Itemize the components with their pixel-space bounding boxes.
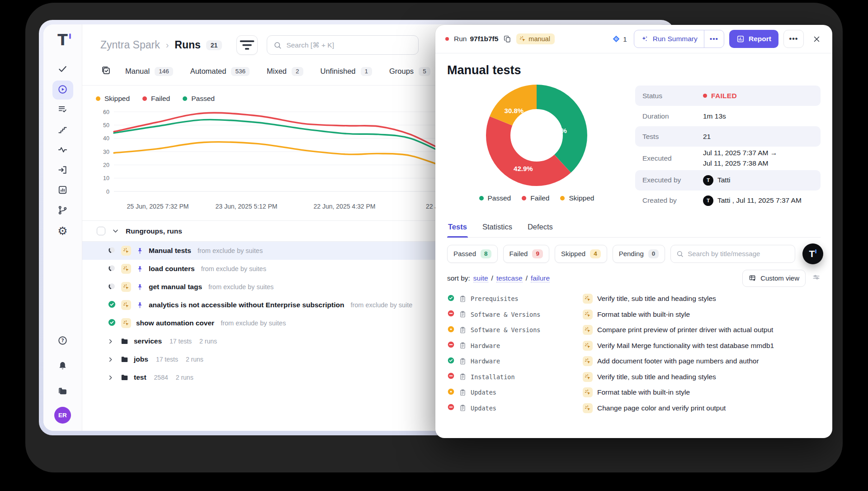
- info-row-duration: Duration1m 13s: [635, 106, 821, 126]
- test-title-cell[interactable]: Compare print preview of printer driver …: [583, 322, 821, 338]
- filter-chip-failed[interactable]: Failed9: [503, 245, 549, 263]
- global-search[interactable]: [267, 35, 419, 55]
- tests-search[interactable]: [670, 245, 795, 263]
- select-all-icon[interactable]: [101, 66, 111, 77]
- app-logo[interactable]: T: [57, 33, 68, 48]
- suite-name: Installation: [471, 373, 515, 381]
- manual-test-icon: [121, 300, 131, 310]
- sidebar-item-runs[interactable]: [52, 81, 73, 100]
- filter-count: 9: [532, 249, 543, 258]
- tab-tests[interactable]: Tests: [447, 219, 468, 237]
- runs-list-title: Rungroups, runs: [126, 227, 182, 235]
- info-label: Created by: [642, 196, 703, 205]
- jira-diamond-icon: [612, 35, 620, 43]
- test-title-cell[interactable]: Verify title, sub title and heading styl…: [583, 291, 821, 307]
- test-title: Verify title, sub title and heading styl…: [597, 373, 716, 381]
- tab-unfinished[interactable]: Unfinished1: [321, 67, 372, 76]
- sort-by-suite[interactable]: suite: [473, 274, 488, 282]
- sidebar-item-plans[interactable]: [52, 101, 73, 120]
- test-suite-cell[interactable]: Hardware: [447, 338, 583, 353]
- test-suite-cell[interactable]: Software & Versions: [447, 322, 583, 338]
- run-source: from exclude by suites: [221, 319, 286, 327]
- user-avatar[interactable]: ER: [54, 407, 71, 424]
- legend-item-passed: Passed: [183, 95, 215, 103]
- sidebar-item-milestones[interactable]: [52, 121, 73, 140]
- info-row-tests: Tests21: [635, 126, 821, 147]
- folder-runs-count: 2 runs: [199, 338, 217, 345]
- test-status-failed-icon: [447, 341, 455, 350]
- sidebar-item-settings[interactable]: ⚙: [52, 222, 73, 241]
- chevron-down-icon[interactable]: [112, 228, 119, 234]
- sort-by-failure[interactable]: failure: [531, 274, 550, 282]
- donut-legend-skipped: Skipped: [560, 194, 594, 202]
- chevron-right-icon: [108, 375, 113, 381]
- info-label: Duration: [642, 112, 703, 120]
- tab-defects[interactable]: Defects: [527, 219, 554, 237]
- info-row-executed: ExecutedJul 11, 2025 7:37 AM →Jul 11, 20…: [635, 147, 821, 170]
- test-suite-cell[interactable]: Updates: [447, 400, 583, 416]
- run-source: from exclude by suites: [198, 247, 263, 254]
- linked-issue[interactable]: 1: [612, 35, 627, 43]
- breadcrumb-project[interactable]: Zyntra Spark: [100, 39, 160, 51]
- filter-chip-pending[interactable]: Pending0: [613, 245, 665, 263]
- results-donut-chart: 38.1%42.9%30.8% PassedFailedSkipped: [447, 78, 626, 211]
- import-icon: [57, 165, 68, 177]
- test-title-cell[interactable]: Format table with built-in style: [583, 385, 821, 400]
- suite-name: Updates: [471, 405, 496, 412]
- view-options-icon[interactable]: [812, 273, 821, 283]
- run-source: from exclude by suites: [208, 283, 274, 291]
- filter-button[interactable]: [236, 35, 258, 55]
- test-status-passed-icon: [447, 357, 455, 366]
- report-button[interactable]: Report: [729, 30, 778, 48]
- filter-chip-skipped[interactable]: Skipped4: [555, 245, 607, 263]
- run-summary-button[interactable]: Run Summary •••: [634, 30, 724, 48]
- manual-test-icon: [583, 341, 593, 351]
- manual-test-icon: [121, 318, 131, 328]
- close-button[interactable]: [810, 32, 823, 46]
- run-name: load counters: [149, 265, 195, 273]
- sidebar-item-help[interactable]: ?: [52, 332, 73, 351]
- legend-item-skipped: Skipped: [96, 95, 130, 103]
- custom-view-button[interactable]: Custom view: [742, 270, 806, 287]
- test-suite-cell[interactable]: Installation: [447, 369, 583, 385]
- test-title-cell[interactable]: Verify title, sub title and heading styl…: [583, 369, 821, 385]
- sidebar-item-tests[interactable]: [52, 61, 73, 80]
- folder-runs-count: 2 runs: [186, 356, 203, 363]
- pulse-icon: [57, 144, 68, 157]
- run-summary-more-button[interactable]: •••: [704, 30, 724, 48]
- sidebar-item-notifications[interactable]: [52, 358, 73, 377]
- sidebar: T ⚙ ? ER: [43, 24, 82, 431]
- test-suite-cell[interactable]: Hardware: [447, 353, 583, 369]
- suite-name: Software & Versions: [471, 326, 540, 334]
- tab-mixed[interactable]: Mixed2: [267, 67, 303, 76]
- tab-manual[interactable]: Manual146: [125, 67, 173, 76]
- tab-automated[interactable]: Automated536: [190, 67, 250, 76]
- tests-search-input[interactable]: [688, 250, 789, 257]
- app-logo-letter: T: [57, 31, 68, 49]
- test-title-cell[interactable]: Add document footer with page numbers an…: [583, 353, 821, 369]
- test-suite-cell[interactable]: Updates: [447, 385, 583, 400]
- play-circle-icon: [57, 84, 68, 96]
- svg-text:60: 60: [103, 109, 109, 115]
- sidebar-item-analytics[interactable]: [52, 141, 73, 160]
- sidebar-item-imports[interactable]: [52, 161, 73, 180]
- copy-icon[interactable]: [503, 35, 511, 43]
- test-title-cell[interactable]: Change page color and verify print outpu…: [583, 400, 821, 416]
- test-title-cell[interactable]: Format table with built-in style: [583, 306, 821, 322]
- filter-chip-passed[interactable]: Passed8: [447, 245, 498, 263]
- status-value: FAILED: [711, 92, 737, 100]
- manual-test-icon: [583, 372, 593, 382]
- test-title-cell[interactable]: Verify Mail Merge functionality with tes…: [583, 338, 821, 353]
- more-actions-button[interactable]: •••: [783, 30, 804, 48]
- tab-groups[interactable]: Groups5: [389, 67, 430, 76]
- assistant-bubble[interactable]: T: [802, 243, 823, 264]
- test-suite-cell[interactable]: Prerequisites: [447, 291, 583, 307]
- sort-by-testcase[interactable]: testcase: [496, 274, 523, 282]
- sidebar-item-projects[interactable]: [52, 383, 73, 402]
- sidebar-item-integrations[interactable]: [52, 201, 73, 220]
- tab-statistics[interactable]: Statistics: [481, 219, 513, 237]
- sidebar-item-reports[interactable]: [52, 181, 73, 200]
- select-all-checkbox[interactable]: [97, 227, 105, 235]
- test-suite-cell[interactable]: Software & Versions: [447, 306, 583, 322]
- search-input[interactable]: [286, 41, 412, 49]
